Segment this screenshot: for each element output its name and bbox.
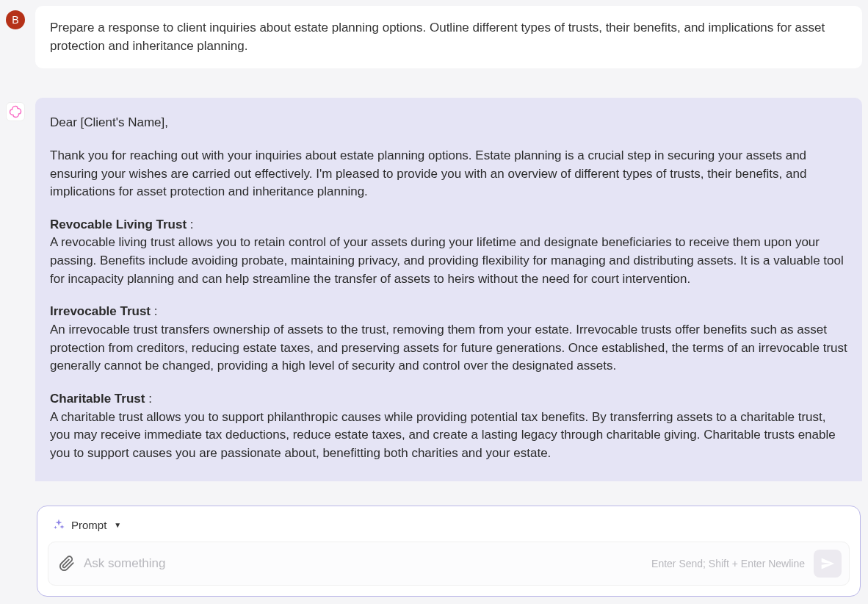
compose-area: Prompt ▼ Enter Send; Shift + Enter Newli… — [37, 506, 861, 597]
trust-title-0: Revocable Living Trust — [50, 217, 187, 231]
input-row: Enter Send; Shift + Enter Newline — [48, 542, 850, 586]
user-message-text: Prepare a response to client inquiries a… — [50, 21, 825, 53]
user-message-bubble: Prepare a response to client inquiries a… — [35, 6, 862, 68]
trust-section-2: Charitable Trust : A charitable trust al… — [50, 390, 847, 463]
trust-body-1: An irrevocable trust transfers ownership… — [50, 323, 847, 373]
assistant-message-row: Dear [Client's Name], Thank you for reac… — [6, 98, 862, 481]
trust-title-3: Special Needs Trust — [50, 479, 169, 481]
assistant-avatar — [6, 102, 25, 121]
trust-body-0: A revocable living trust allows you to r… — [50, 235, 844, 285]
input-hint: Enter Send; Shift + Enter Newline — [651, 558, 805, 569]
message-input[interactable] — [84, 556, 643, 571]
send-button[interactable] — [814, 550, 842, 578]
chat-container: B Prepare a response to client inquiries… — [0, 0, 868, 481]
trust-title-1: Irrevocable Trust — [50, 304, 151, 318]
prompt-selector[interactable]: Prompt ▼ — [48, 517, 850, 542]
assistant-greeting: Dear [Client's Name], — [50, 114, 847, 132]
sparkle-icon — [52, 518, 65, 531]
trust-section-3: Special Needs Trust : — [50, 478, 847, 481]
user-avatar-letter: B — [12, 14, 18, 26]
assistant-logo-icon — [9, 105, 22, 118]
send-icon — [820, 556, 835, 571]
trust-section-0: Revocable Living Trust : A revocable liv… — [50, 216, 847, 289]
assistant-intro: Thank you for reaching out with your inq… — [50, 147, 847, 201]
attachment-icon[interactable] — [59, 556, 75, 572]
trust-section-1: Irrevocable Trust : An irrevocable trust… — [50, 303, 847, 375]
user-message-row: B Prepare a response to client inquiries… — [6, 6, 862, 68]
trust-body-2: A charitable trust allows you to support… — [50, 410, 836, 460]
prompt-label: Prompt — [71, 519, 106, 531]
user-avatar: B — [6, 10, 25, 29]
trust-title-2: Charitable Trust — [50, 392, 145, 406]
assistant-message-bubble: Dear [Client's Name], Thank you for reac… — [35, 98, 862, 481]
chevron-down-icon: ▼ — [114, 521, 121, 529]
